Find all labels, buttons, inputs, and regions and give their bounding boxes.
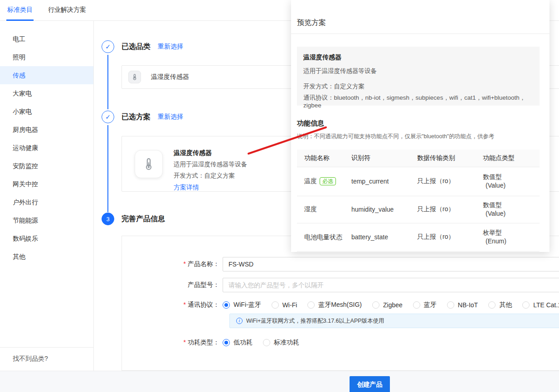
function-transfer: 只上报（ro） [410, 167, 476, 196]
function-name: 电池电量状态 [297, 223, 344, 251]
thermometer-icon [142, 157, 156, 171]
sidebar-item-sport-health[interactable]: 运动健康 [0, 139, 93, 157]
preview-summary-card: 温湿度传感器 适用于温湿度传感器等设备 开发方式：自定义方案 通讯协议：blue… [297, 47, 540, 106]
step2-reselect-link[interactable]: 重新选择 [158, 113, 183, 121]
radio-dot [413, 301, 420, 309]
radio-label: 蓝牙Mesh(SIG) [318, 301, 362, 309]
radio-low-power[interactable]: 低功耗 [223, 339, 253, 347]
solution-desc: 适用于温湿度传感器等设备 [174, 159, 247, 170]
radio-dot [522, 301, 530, 309]
radio-dot [447, 301, 454, 309]
function-info-title: 功能信息 [297, 119, 324, 128]
tab-standard-category[interactable]: 标准类目 [6, 0, 34, 21]
radio-bluetooth[interactable]: 蓝牙 [413, 301, 437, 309]
function-identifier: temp_current [344, 167, 410, 196]
sidebar-item-gateway[interactable]: 网关中控 [0, 175, 93, 193]
radio-dot [372, 301, 379, 309]
radio-standard-power[interactable]: 标准功耗 [263, 339, 299, 347]
radio-dot [307, 301, 315, 309]
protocol-hint-banner: WiFi+蓝牙联网方式，推荐搭配3.17.6以上APP版本使用 [229, 314, 559, 328]
radio-dot [263, 339, 270, 346]
function-table-header-row: 功能名称 识别符 数据传输类别 功能点类型 [297, 150, 540, 167]
step3-number-badge: 3 [102, 213, 114, 225]
product-name-label: *产品名称： [122, 260, 219, 268]
radio-label: Zigbee [383, 301, 403, 309]
step1-check-icon [102, 40, 114, 53]
radio-other[interactable]: 其他 [488, 301, 512, 309]
step1-header: 已选品类 重新选择 [102, 40, 183, 53]
product-model-row: 产品型号： [122, 278, 559, 292]
solution-preview-panel: 预览方案 温湿度传感器 适用于温湿度传感器等设备 开发方式：自定义方案 通讯协议… [291, 0, 549, 252]
power-type-label-text: 功耗类型： [188, 339, 219, 346]
category-list: 电工 照明 传感 大家电 小家电 厨房电器 运动健康 安防监控 网关中控 户外出… [0, 21, 93, 266]
radio-zigbee[interactable]: Zigbee [372, 301, 403, 309]
sidebar-item-outdoor[interactable]: 户外出行 [0, 193, 93, 211]
solution-name: 温湿度传感器 [174, 147, 247, 159]
cannot-find-category-link[interactable]: 找不到品类? [0, 347, 93, 371]
radio-bluetooth-mesh-sig[interactable]: 蓝牙Mesh(SIG) [307, 301, 362, 309]
product-model-label-text: 产品型号： [188, 281, 219, 288]
radio-wifi-bluetooth[interactable]: WiFi-蓝牙 [223, 301, 261, 309]
power-type-radio-group: 低功耗 标准功耗 [223, 339, 299, 347]
step1-reselect-link[interactable]: 重新选择 [158, 43, 183, 51]
table-row: 电池电量状态 battery_state 只上报（ro） 枚举型(Enum) [297, 223, 540, 251]
step3-title: 完善产品信息 [122, 214, 165, 224]
solution-dev-mode: 开发方式：自定义方案 [174, 170, 247, 181]
radio-label: 其他 [499, 301, 512, 309]
radio-lte-cat1[interactable]: LTE Cat.1 [522, 301, 559, 309]
function-name: 湿度 [297, 196, 344, 223]
required-badge: 必选 [320, 177, 336, 185]
preview-dev-mode: 开发方式：自定义方案 [303, 82, 533, 91]
power-type-row: *功耗类型： 低功耗 标准功耗 [122, 339, 299, 347]
info-icon [236, 318, 243, 324]
product-model-label: 产品型号： [122, 281, 219, 289]
product-name-label-text: 产品名称： [188, 260, 219, 267]
radio-dot [223, 301, 230, 309]
protocol-label: *通讯协议： [122, 301, 219, 309]
product-name-input[interactable] [223, 257, 559, 271]
sidebar-item-lighting[interactable]: 照明 [0, 48, 93, 66]
solution-detail-link[interactable]: 方案详情 [174, 181, 247, 193]
sidebar-item-large-appliance[interactable]: 大家电 [0, 84, 93, 102]
create-product-button[interactable]: 创建产品 [350, 376, 390, 392]
radio-wifi[interactable]: Wi-Fi [272, 301, 297, 309]
step-connector-line [107, 55, 108, 109]
radio-label: 标准功耗 [274, 339, 299, 347]
step1-title: 已选品类 [122, 42, 151, 52]
sidebar-item-sensor[interactable]: 传感 [0, 66, 93, 84]
tab-industry-solution[interactable]: 行业解决方案 [47, 0, 87, 21]
function-table: 功能名称 识别符 数据传输类别 功能点类型 温度必选 temp_current … [297, 150, 540, 252]
step2-header: 已选方案 重新选择 [102, 111, 183, 123]
function-type: 数值型 [483, 201, 540, 209]
required-mark: * [184, 260, 186, 267]
required-mark: * [184, 339, 186, 346]
product-name-row: *产品名称： [122, 257, 559, 271]
function-identifier: humidity_value [344, 196, 410, 223]
sidebar-item-others[interactable]: 其他 [0, 247, 93, 266]
col-function-name: 功能名称 [297, 150, 344, 167]
protocol-hint-text: WiFi+蓝牙联网方式，推荐搭配3.17.6以上APP版本使用 [246, 317, 384, 325]
radio-nb-iot[interactable]: NB-IoT [447, 301, 478, 309]
category-sidebar: 电工 照明 传感 大家电 小家电 厨房电器 运动健康 安防监控 网关中控 户外出… [0, 21, 94, 371]
sidebar-item-small-appliance[interactable]: 小家电 [0, 102, 93, 121]
radio-label: Wi-Fi [282, 301, 297, 309]
radio-label: WiFi-蓝牙 [233, 301, 261, 309]
protocol-row: *通讯协议： WiFi-蓝牙 Wi-Fi 蓝牙Mesh(SIG) Zigbee … [122, 301, 559, 309]
product-model-input[interactable] [223, 278, 559, 292]
sidebar-item-digital-entertainment[interactable]: 数码娱乐 [0, 229, 93, 247]
function-transfer: 只上报（ro） [410, 223, 476, 251]
preview-title: 预览方案 [297, 18, 326, 28]
radio-label: LTE Cat.1 [533, 301, 559, 309]
solution-icon-tile [135, 150, 163, 178]
required-mark: * [184, 301, 186, 308]
step2-title: 已选方案 [122, 112, 151, 122]
sidebar-item-security[interactable]: 安防监控 [0, 157, 93, 175]
thermometer-icon [131, 73, 138, 81]
function-type-sub: (Value) [483, 181, 540, 190]
sidebar-item-kitchen-appliance[interactable]: 厨房电器 [0, 121, 93, 139]
step2-check-icon [102, 111, 114, 123]
sidebar-item-energy[interactable]: 节能能源 [0, 211, 93, 229]
selected-category-name: 温湿度传感器 [151, 73, 189, 81]
product-info-panel: *产品名称： 产品型号： *通讯协议： WiFi-蓝牙 Wi-Fi 蓝牙Mesh… [122, 236, 559, 371]
sidebar-item-electrical[interactable]: 电工 [0, 30, 93, 48]
